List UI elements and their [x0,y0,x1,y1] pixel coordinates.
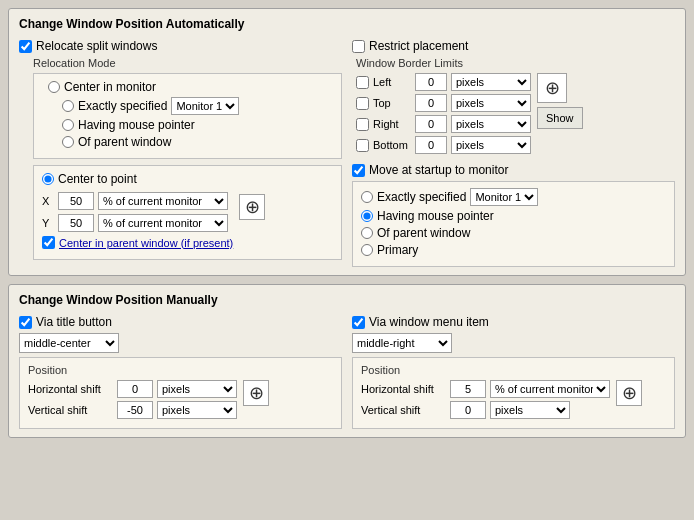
x-input[interactable] [58,192,94,210]
y-pct-select[interactable]: % of current monitor [98,214,228,232]
center-in-monitor-radio[interactable] [48,81,60,93]
left-border-row: Left pixels [356,73,531,91]
having-mouse-pointer-label: Having mouse pointer [78,118,195,132]
relocation-mode-section: Relocation Mode Center in monitor Exactl… [19,57,342,260]
position-label-left: Position [28,364,333,376]
crosshair-btn-manual-left[interactable]: ⊕ [243,380,269,406]
right-border-row: Right pixels [356,115,531,133]
vertical-shift-select-right[interactable]: pixels [490,401,570,419]
startup-box: Exactly specified Monitor 1 Having mouse… [352,181,675,267]
bottom-border-input[interactable] [415,136,447,154]
relocation-mode-label: Relocation Mode [33,57,342,69]
move-startup-checkbox[interactable] [352,164,365,177]
startup-primary-row: Primary [361,243,666,257]
bottom-pixels-select[interactable]: pixels [451,136,531,154]
bottom-border-row: Bottom pixels [356,136,531,154]
show-button[interactable]: Show [537,107,583,129]
x-pct-select[interactable]: % of current monitor [98,192,228,210]
top-border-checkbox[interactable] [356,97,369,110]
y-input[interactable] [58,214,94,232]
restrict-placement-row: Restrict placement [352,39,675,53]
main-container: Change Window Position Automatically Rel… [0,0,694,446]
left-border-checkbox[interactable] [356,76,369,89]
left-border-label: Left [373,76,411,88]
top-pixels-select[interactable]: pixels [451,94,531,112]
horizontal-shift-input-left[interactable] [117,380,153,398]
horizontal-shift-row-right: Horizontal shift % of current monitor [361,380,610,398]
vertical-shift-select-left[interactable]: pixels [157,401,237,419]
startup-mouse-label: Having mouse pointer [377,209,494,223]
border-limits-content: Left pixels Top [356,73,675,157]
exactly-specified-label: Exactly specified [78,99,167,113]
startup-primary-radio[interactable] [361,244,373,256]
via-menu-row: Via window menu item [352,315,675,329]
right-pixels-select[interactable]: pixels [451,115,531,133]
right-border-input[interactable] [415,115,447,133]
via-title-label: Via title button [36,315,112,329]
vertical-shift-input-right[interactable] [450,401,486,419]
exactly-specified-radio[interactable] [62,100,74,112]
restrict-placement-label: Restrict placement [369,39,468,53]
manual-panel: Change Window Position Manually Via titl… [8,284,686,438]
vertical-shift-input-left[interactable] [117,401,153,419]
horizontal-shift-select-left[interactable]: pixels [157,380,237,398]
horizontal-shift-label-right: Horizontal shift [361,383,446,395]
center-to-point-radio[interactable] [42,173,54,185]
center-in-monitor-label: Center in monitor [64,80,156,94]
relocate-split-checkbox[interactable] [19,40,32,53]
startup-mouse-row: Having mouse pointer [361,209,666,223]
manual-right: Via window menu item middle-right Positi… [352,315,675,429]
bottom-border-checkbox[interactable] [356,139,369,152]
startup-parent-radio[interactable] [361,227,373,239]
automatic-left-col: Relocate split windows Relocation Mode C… [19,39,342,267]
restrict-placement-checkbox[interactable] [352,40,365,53]
middle-center-row: middle-center [19,333,342,353]
crosshair-btn-auto[interactable]: ⊕ [239,194,265,220]
middle-center-select[interactable]: middle-center [19,333,119,353]
left-pixels-select[interactable]: pixels [451,73,531,91]
left-border-input[interactable] [415,73,447,91]
center-to-point-label: Center to point [58,172,137,186]
startup-mouse-radio[interactable] [361,210,373,222]
left-shift-rows: Horizontal shift pixels Vertical shift [28,380,237,422]
center-to-point-row: Center to point [42,172,333,186]
startup-monitor-select[interactable]: Monitor 1 [470,188,538,206]
center-parent-checkbox[interactable] [42,236,55,249]
middle-right-row: middle-right [352,333,675,353]
startup-exactly-row: Exactly specified Monitor 1 [361,188,666,206]
center-to-point-box: Center to point X % of current monitor [33,165,342,260]
crosshair-icon: ⊕ [245,196,260,218]
via-title-checkbox[interactable] [19,316,32,329]
middle-right-select[interactable]: middle-right [352,333,452,353]
x-row: X % of current monitor [42,192,233,210]
top-border-input[interactable] [415,94,447,112]
monitor-select-1[interactable]: Monitor 1 [171,97,239,115]
bottom-border-label: Bottom [373,139,411,151]
center-in-monitor-row: Center in monitor [42,80,333,94]
position-box-left: Position Horizontal shift pixels [19,357,342,429]
of-parent-window-radio[interactable] [62,136,74,148]
manual-left: Via title button middle-center Position … [19,315,342,429]
vertical-shift-label-left: Vertical shift [28,404,113,416]
right-border-checkbox[interactable] [356,118,369,131]
crosshair-btn-border[interactable]: ⊕ [537,73,567,103]
crosshair-manual-left-icon: ⊕ [249,382,264,404]
exactly-specified-row: Exactly specified Monitor 1 [56,97,333,115]
automatic-two-col: Relocate split windows Relocation Mode C… [19,39,675,267]
crosshair-btn-manual-right[interactable]: ⊕ [616,380,642,406]
horizontal-shift-select-right[interactable]: % of current monitor [490,380,610,398]
via-title-row: Via title button [19,315,342,329]
horizontal-shift-input-right[interactable] [450,380,486,398]
of-parent-window-label: Of parent window [78,135,171,149]
right-shift-rows: Horizontal shift % of current monitor Ve… [361,380,610,422]
automatic-right-col: Restrict placement Window Border Limits … [352,39,675,267]
having-mouse-pointer-radio[interactable] [62,119,74,131]
startup-parent-label: Of parent window [377,226,470,240]
via-menu-checkbox[interactable] [352,316,365,329]
border-limits-section: Window Border Limits Left pixels [356,57,675,157]
right-border-label: Right [373,118,411,130]
automatic-panel: Change Window Position Automatically Rel… [8,8,686,276]
horizontal-shift-label-left: Horizontal shift [28,383,113,395]
startup-exactly-radio[interactable] [361,191,373,203]
border-rows: Left pixels Top [356,73,531,157]
